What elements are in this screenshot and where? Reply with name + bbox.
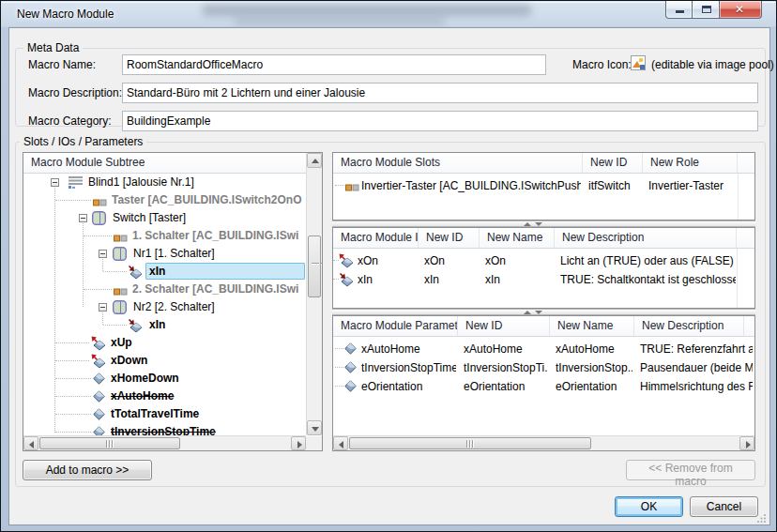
add-to-macro-button[interactable]: Add to macro >> — [23, 460, 152, 480]
slot-new-id: itfSwitch — [588, 179, 641, 192]
tree-vertical-scrollbar[interactable] — [306, 153, 322, 435]
collapse-icon[interactable] — [99, 250, 107, 258]
collapse-icon[interactable] — [79, 214, 87, 222]
column-header[interactable]: New ID — [458, 316, 550, 336]
param-new-id: xAutoHome — [464, 342, 548, 356]
params-table-row[interactable]: tInversionStopTime tInversionStopTi... t… — [333, 358, 754, 377]
cancel-button[interactable]: Cancel — [690, 496, 758, 517]
params-table-row[interactable]: eOrientation eOrientation eOrientation H… — [333, 377, 754, 396]
tree-item-xhomedown[interactable]: xHomeDown — [23, 370, 306, 388]
params-table-row[interactable]: xAutoHome xAutoHome xAutoHome TRUE: Refe… — [333, 340, 754, 358]
column-header[interactable]: New Name — [550, 316, 634, 336]
scroll-right-button[interactable] — [291, 436, 306, 450]
glass-blur-artifact — [234, 18, 445, 25]
splitter-down-arrow[interactable] — [535, 311, 542, 314]
collapse-icon[interactable] — [99, 303, 107, 312]
column-header[interactable]: Macro Module Paramet... — [333, 316, 458, 336]
tree-item-xin-selected[interactable]: xIn — [23, 263, 306, 281]
tree-item-nr1[interactable]: Nr1 [1. Schalter] — [23, 245, 306, 263]
column-header[interactable]: New Description — [555, 228, 737, 248]
column-header[interactable]: Macro Module I... — [333, 228, 419, 248]
column-header[interactable]: New ID — [583, 153, 643, 173]
splitter-up-arrow[interactable] — [524, 222, 531, 226]
tree-item-nr2[interactable]: Nr2 [2. Schalter] — [23, 298, 306, 316]
remove-from-macro-button[interactable]: << Remove from macro — [626, 460, 755, 480]
tree-header[interactable]: Macro Module Subtree — [23, 153, 306, 174]
param-new-description: Pausendauer (beide Mot — [640, 361, 753, 374]
tree-item-tinversionstoptime[interactable]: tInversionStopTime — [23, 423, 306, 435]
window-controls: ✕ — [665, 1, 762, 19]
param-name: xAutoHome — [361, 342, 456, 356]
tree-item-xup[interactable]: xUp — [23, 334, 306, 352]
tree-horizontal-scrollbar[interactable] — [23, 435, 306, 450]
macro-category-input[interactable] — [122, 111, 758, 131]
params-horizontal-scrollbar[interactable] — [333, 435, 754, 450]
splitter-up-arrow[interactable] — [524, 311, 531, 314]
close-button[interactable]: ✕ — [720, 1, 762, 19]
title-bar[interactable]: New Macro Module ✕ — [1, 1, 776, 27]
tree-header-label: Macro Module Subtree — [23, 153, 306, 173]
slot-name: Invertier-Taster [AC_BUILDING.ISwitchPus… — [361, 179, 581, 192]
slot-icon — [345, 181, 359, 194]
splitter-ios-params[interactable] — [332, 309, 755, 315]
io-new-id: xIn — [424, 273, 478, 286]
tree-item-schalter2[interactable]: 2. Schalter [AC_BUILDING.ISwi — [23, 281, 306, 298]
macro-name-input[interactable] — [122, 54, 546, 75]
column-header[interactable]: New Name — [480, 228, 555, 248]
scroll-left-button[interactable] — [333, 436, 348, 450]
macro-image-icon[interactable] — [631, 55, 646, 73]
ios-table-row[interactable]: xOn xOn xOn Licht an (TRUE) oder aus (FA… — [333, 251, 754, 270]
scrollbar-thumb[interactable] — [308, 236, 321, 297]
scroll-left-button[interactable] — [23, 436, 38, 450]
scrollbar-thumb[interactable] — [39, 437, 180, 449]
switch-icon — [92, 211, 106, 228]
slot-icon — [114, 232, 128, 245]
tree-item-switch[interactable]: Switch [Taster] — [23, 209, 306, 227]
tree-item-ttotaltraveltime[interactable]: tTotalTravelTime — [23, 405, 306, 423]
scrollbar-thumb[interactable] — [349, 437, 591, 449]
io-name: xOn — [358, 254, 417, 267]
blind-icon — [68, 175, 84, 192]
tree-item-blind1[interactable]: Blind1 [Jalousie Nr.1] — [23, 174, 306, 191]
params-table-header[interactable]: Macro Module Paramet... New ID New Name … — [333, 316, 754, 337]
maximize-button[interactable] — [693, 1, 720, 19]
io-name: xIn — [358, 273, 417, 286]
ok-button[interactable]: OK — [615, 496, 683, 517]
macro-description-input[interactable] — [122, 83, 758, 103]
tree-item-xdown[interactable]: xDown — [23, 352, 306, 370]
param-new-id: eOrientation — [464, 380, 548, 393]
scroll-right-button[interactable] — [739, 436, 754, 450]
ios-table-header[interactable]: Macro Module I... New ID New Name New De… — [333, 228, 754, 249]
io-new-description: Licht an (TRUE) oder aus (FALSE) — [560, 254, 736, 267]
splitter-down-arrow[interactable] — [535, 222, 542, 226]
tree-item-label: tInversionStopTime — [111, 425, 216, 435]
resize-grip[interactable] — [757, 512, 767, 522]
collapse-icon[interactable] — [51, 178, 59, 187]
column-header[interactable]: New ID — [419, 228, 480, 248]
ios-table-row[interactable]: xIn xIn xIn TRUE: Schaltkontakt ist gesc… — [333, 270, 754, 289]
parameter-icon — [344, 380, 357, 395]
parameter-icon — [93, 426, 105, 435]
macro-name-label: Macro Name: — [28, 58, 96, 71]
column-header-spacer — [744, 316, 754, 336]
scroll-down-button[interactable] — [307, 420, 322, 435]
scroll-up-button[interactable] — [307, 153, 322, 168]
macro-category-label: Macro Category: — [28, 114, 112, 128]
tree-item-label: xHomeDown — [111, 372, 179, 385]
dialog-content: Meta Data Macro Name: Macro Icon: (edita… — [8, 27, 770, 525]
slots-table-header[interactable]: Macro Module Slots New ID New Role — [333, 153, 754, 174]
column-header[interactable]: New Description — [634, 316, 744, 336]
maximize-icon — [702, 6, 711, 13]
column-header[interactable]: New Role — [643, 153, 738, 173]
tree-item-xin2[interactable]: xIn — [23, 316, 306, 334]
slots-table-row[interactable]: Invertier-Taster [AC_BUILDING.ISwitchPus… — [333, 176, 754, 195]
tree-item-taster[interactable]: Taster [AC_BUILDING.ISwitch2OnO — [23, 191, 306, 209]
column-header[interactable]: Macro Module Slots — [333, 153, 583, 173]
tree-item-xautohome[interactable]: xAutoHome — [23, 388, 306, 405]
switch-icon — [113, 247, 127, 264]
tree-item-schalter1[interactable]: 1. Schalter [AC_BUILDING.ISwi — [23, 227, 306, 245]
tree-item-label: Nr1 [1. Schalter] — [133, 247, 215, 260]
minimize-button[interactable] — [665, 1, 693, 19]
splitter-slots-ios[interactable] — [332, 220, 755, 227]
macro-module-parameters-panel: Macro Module Paramet... New ID New Name … — [332, 315, 755, 451]
